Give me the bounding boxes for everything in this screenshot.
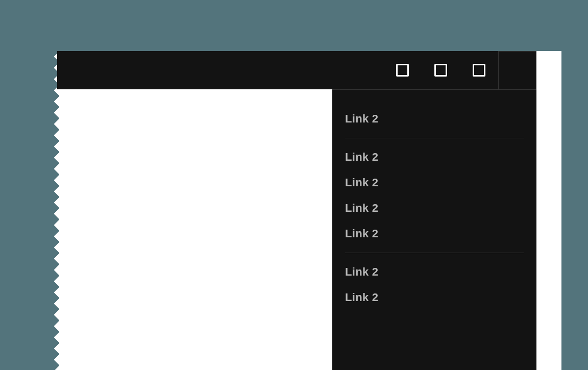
toolbar-square-button-3[interactable]: [460, 51, 498, 89]
menu-link[interactable]: Link 2: [345, 144, 524, 170]
square-icon: [434, 64, 447, 77]
menu-link[interactable]: Link 2: [345, 259, 524, 285]
square-icon: [473, 64, 485, 77]
toolbar-icons: [383, 51, 536, 89]
menu-link[interactable]: Link 2: [345, 170, 524, 195]
toolbar: [57, 51, 536, 89]
menu-link[interactable]: Link 2: [345, 221, 524, 246]
square-icon: [396, 64, 409, 77]
grid-icon: [510, 63, 525, 78]
toolbar-square-button-1[interactable]: [383, 51, 422, 89]
menu-divider: [345, 138, 524, 138]
toolbar-apps-button[interactable]: [498, 51, 536, 89]
dropdown-menu: Link 2 Link 2 Link 2 Link 2 Link 2 Link …: [332, 89, 536, 370]
menu-link[interactable]: Link 2: [345, 195, 524, 221]
menu-divider: [345, 253, 524, 253]
menu-link[interactable]: Link 2: [345, 106, 524, 132]
toolbar-square-button-2[interactable]: [422, 51, 460, 89]
menu-link[interactable]: Link 2: [345, 285, 524, 310]
torn-edge-decoration: [51, 51, 61, 370]
